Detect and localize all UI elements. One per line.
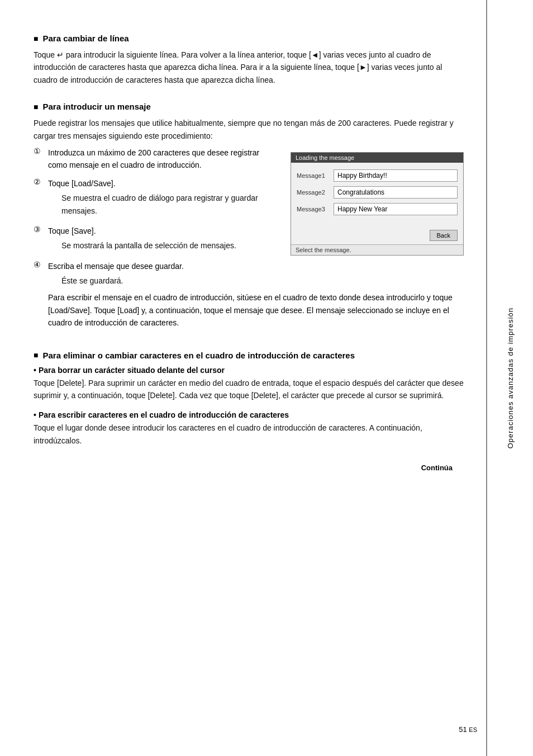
page-number: 51 ES	[459, 725, 477, 734]
continua-label: Continúa	[34, 464, 464, 472]
step-1-content: Introduzca un máximo de 200 caracteres q…	[48, 147, 279, 172]
step-2-sub: Se muestra el cuadro de diálogo para reg…	[61, 192, 279, 217]
step-4-sub: Éste se guardará.	[61, 275, 464, 287]
section-intro-message: Para introducir un mensaje Puede registr…	[34, 102, 464, 334]
step-2: ② Toque [Load/Save]. Se muestra el cuadr…	[34, 177, 279, 219]
section-intro-message-heading: Para introducir un mensaje	[34, 102, 464, 111]
dialog-body: Message1 Happy Birthday!! Message2 Congr…	[291, 163, 463, 226]
step-2-number: ②	[34, 177, 44, 186]
bullet-2-body: Toque el lugar donde desee introducir lo…	[34, 422, 464, 447]
dialog-status: Select the message.	[291, 244, 463, 255]
section-line-change-heading: Para cambiar de línea	[34, 34, 464, 43]
step-3-number: ③	[34, 225, 44, 234]
dialog-row-1: Message1 Happy Birthday!!	[297, 169, 458, 182]
step-4-extra: Para escribir el mensaje en el cuadro de…	[48, 291, 464, 329]
dialog-row-3: Message3 Happy New Year	[297, 203, 458, 215]
step-2-content: Toque [Load/Save]. Se muestra el cuadro …	[48, 177, 279, 219]
section-delete: Para eliminar o cambiar caracteres en el…	[34, 351, 464, 447]
dialog-field-1[interactable]: Happy Birthday!!	[334, 169, 458, 182]
step-3: ③ Toque [Save]. Se mostrará la pantalla …	[34, 225, 279, 254]
section-delete-heading: Para eliminar o cambiar caracteres en el…	[34, 351, 464, 360]
dialog-label-1: Message1	[297, 172, 330, 179]
bullet-2-heading: Para escribir caracteres en el cuadro de…	[34, 410, 464, 419]
bullet-1-heading: Para borrar un carácter situado delante …	[34, 366, 464, 375]
dialog-label-2: Message2	[297, 189, 330, 196]
section-line-change: Para cambiar de línea Toque ↵ para intro…	[34, 34, 464, 86]
bullet-1-body: Toque [Delete]. Para suprimir un carácte…	[34, 377, 464, 402]
bullet-1: Para borrar un carácter situado delante …	[34, 366, 464, 402]
step-1-number: ①	[34, 147, 44, 155]
step-4: ④ Escriba el mensaje que desee guardar. …	[34, 260, 464, 329]
dialog-label-3: Message3	[297, 206, 330, 212]
step-4-content: Escriba el mensaje que desee guardar. És…	[48, 260, 464, 329]
dialog-field-3[interactable]: Happy New Year	[334, 203, 458, 215]
sidebar: Operaciones avanzadas de impresión	[486, 0, 533, 756]
dialog-titlebar: Loading the message	[291, 153, 463, 163]
message-dialog: Loading the message Message1 Happy Birth…	[291, 152, 464, 256]
step-4-number: ④	[34, 260, 44, 269]
step-3-content: Toque [Save]. Se mostrará la pantalla de…	[48, 225, 279, 254]
step-3-sub: Se mostrará la pantalla de selección de …	[61, 239, 279, 252]
step-1: ① Introduzca un máximo de 200 caracteres…	[34, 147, 279, 172]
bullet-2: Para escribir caracteres en el cuadro de…	[34, 410, 464, 447]
steps-and-dialog: Loading the message Message1 Happy Birth…	[34, 147, 464, 335]
section-intro-message-intro: Puede registrar los mensajes que utilice…	[34, 117, 464, 142]
dialog-row-2: Message2 Congratulations	[297, 186, 458, 199]
section-line-change-body: Toque ↵ para introducir la siguiente lín…	[34, 49, 464, 86]
dialog-footer: Back	[291, 226, 463, 244]
sidebar-label: Operaciones avanzadas de impresión	[506, 308, 515, 448]
back-button[interactable]: Back	[430, 230, 458, 241]
dialog-field-2[interactable]: Congratulations	[334, 186, 458, 199]
